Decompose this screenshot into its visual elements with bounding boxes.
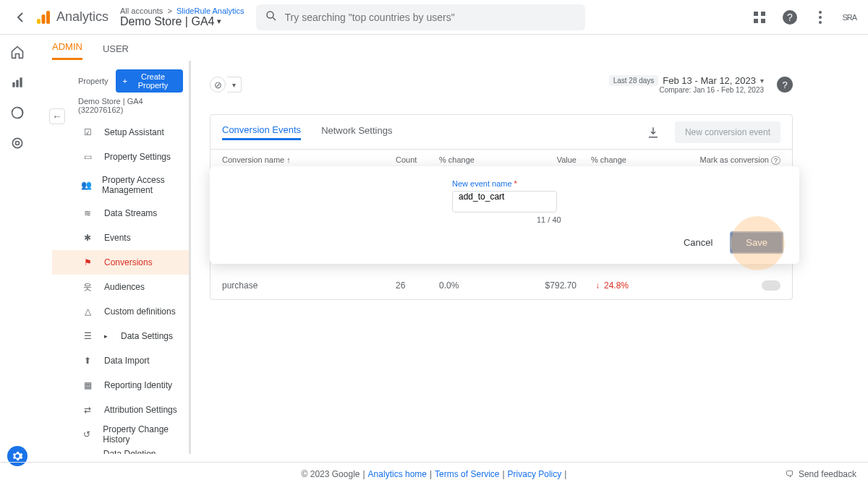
sidebar-item-custom-definitions[interactable]: △Custom definitions [52,299,189,324]
svg-rect-4 [754,12,758,16]
search-box[interactable] [256,4,585,30]
svg-point-11 [819,16,822,19]
apps-grid-icon[interactable] [751,9,768,26]
tab-admin[interactable]: ADMIN [52,41,82,60]
svg-rect-7 [761,19,765,23]
sidebar-item-property-settings[interactable]: ▭Property Settings [52,145,189,169]
breadcrumb-property-link: SlideRule Analytics [176,7,244,15]
row-value: $792.70 [511,280,576,291]
svg-point-17 [16,142,20,145]
sidebar-item-conversions[interactable]: ⚑Conversions [52,250,189,275]
svg-text:?: ? [787,12,793,23]
product-logo[interactable]: Analytics [35,9,109,26]
tab-conversion-events[interactable]: Conversion Events [222,124,301,140]
date-range-main[interactable]: Feb 13 - Mar 12, 2023 [663,75,756,86]
left-rail [0,35,35,454]
mark-conversion-toggle[interactable] [762,280,780,291]
tab-network-settings[interactable]: Network Settings [321,125,392,139]
sidebar-item-audiences[interactable]: 웃Audiences [52,275,189,299]
identity-icon: ▦ [81,379,94,392]
reports-icon[interactable] [9,74,26,91]
back-arrow-icon[interactable] [12,9,29,26]
sidebar-item-events[interactable]: ✱Events [52,226,189,250]
new-event-name-input[interactable] [452,191,557,213]
help-icon[interactable]: ? [781,9,799,26]
save-button[interactable]: Save [730,231,783,254]
svg-rect-0 [37,19,41,24]
new-event-name-field[interactable] [459,192,550,202]
send-feedback-button[interactable]: 🗨 Send feedback [786,469,856,479]
upload-icon: ⬆ [81,354,94,367]
more-menu-icon[interactable] [812,9,829,26]
breadcrumb-accounts: All accounts [120,7,163,15]
sidebar-item-data-import[interactable]: ⬆Data Import [52,348,189,373]
analytics-logo-icon [35,9,52,26]
sidebar-item-data-deletion[interactable]: DdData Deletion Requests [52,447,189,454]
sidebar-item-attribution-settings[interactable]: ⇄Attribution Settings [52,398,189,422]
info-icon[interactable]: ? [771,156,780,165]
sidebar-item-data-streams[interactable]: ≋Data Streams [52,201,189,226]
plus-icon: + [123,77,127,85]
product-name: Analytics [56,9,109,25]
account-avatar[interactable]: SRA [842,13,856,22]
cancel-button[interactable]: Cancel [684,237,712,248]
breadcrumb[interactable]: All accounts > SlideRule Analytics Demo … [120,7,244,28]
chevron-down-icon: ▾ [217,17,221,26]
svg-rect-2 [46,11,50,24]
sidebar-section-label: Property [78,77,109,85]
flag-icon: ⚑ [81,256,94,269]
svg-point-12 [819,21,822,24]
select-all-toggle[interactable]: ⊘ [210,77,226,93]
date-range-compare: Compare: Jan 16 - Feb 12, 2023 [609,86,764,94]
footer-copyright: © 2023 Google [302,469,360,479]
home-icon[interactable] [9,43,26,61]
top-bar: Analytics All accounts > SlideRule Analy… [0,0,868,35]
date-range-chip: Last 28 days [609,75,659,86]
expand-caret-icon: ▸ [104,332,108,340]
breadcrumb-current: Demo Store | GA4 [120,15,214,28]
feedback-icon: 🗨 [786,469,794,479]
property-id-label: Demo Store | GA4 (322076162) [52,97,189,120]
required-asterisk: * [514,179,517,188]
download-icon[interactable] [644,124,662,141]
history-icon: ↺ [81,428,93,441]
svg-point-18 [12,138,22,147]
row-conversion-name[interactable]: purchase [222,280,396,291]
people-icon: 👥 [81,179,92,192]
card-icon: ▭ [81,150,94,163]
create-property-button[interactable]: + Create Property [116,69,183,93]
svg-rect-13 [12,82,14,87]
sidebar-item-reporting-identity[interactable]: ▦Reporting Identity [52,373,189,398]
help-bubble-icon[interactable]: ? [777,77,793,93]
definitions-icon: △ [81,305,94,318]
select-dropdown[interactable]: ▾ [227,77,242,93]
footer-link-privacy[interactable]: Privacy Policy [508,469,562,479]
new-conversion-event-button[interactable]: New conversion event [675,121,780,143]
advertising-icon[interactable] [9,134,26,152]
explore-icon[interactable] [9,104,26,121]
sidebar-item-access-management[interactable]: 👥Property Access Management [52,169,189,201]
svg-point-3 [267,12,273,18]
search-icon [265,9,285,25]
sidebar-item-data-settings[interactable]: ☰▸Data Settings [52,324,189,348]
stream-icon: ≋ [81,207,94,220]
search-input[interactable] [285,12,576,23]
audience-icon: 웃 [81,280,94,293]
sort-arrow-icon[interactable]: ↑ [286,155,291,164]
trend-down-icon: ↓ [595,280,600,291]
char-counter: 11 / 40 [537,215,785,224]
table-row: purchase 26 0.0% $792.70 ↓24.8% [210,272,792,299]
footer-link-home[interactable]: Analytics home [368,469,427,479]
settings-icon: ☰ [81,330,94,343]
topbar-actions: ? SRA [751,9,856,26]
sidebar-item-setup-assistant[interactable]: ☑Setup Assistant [52,120,189,145]
tab-user[interactable]: USER [103,43,129,60]
dialog-field-label: New event name [452,179,512,188]
row-count: 26 [396,280,439,291]
checklist-icon: ☑ [81,126,94,139]
chevron-down-icon[interactable]: ▾ [760,77,764,85]
footer-link-tos[interactable]: Terms of Service [435,469,499,479]
sidebar-item-change-history[interactable]: ↺Property Change History [52,422,189,447]
svg-point-10 [819,11,822,14]
svg-rect-14 [16,80,18,87]
